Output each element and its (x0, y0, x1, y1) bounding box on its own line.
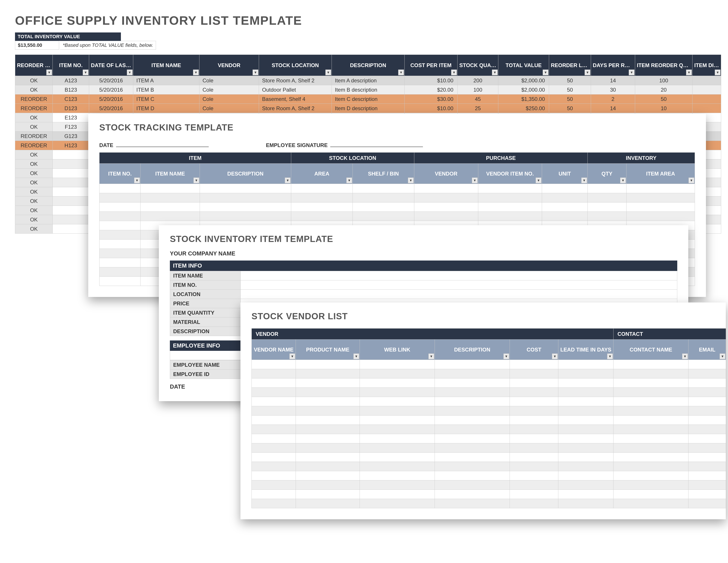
filter-dropdown-icon[interactable]: ▾ (552, 354, 558, 359)
filter-dropdown-icon[interactable]: ▾ (720, 354, 725, 359)
table-row[interactable] (252, 480, 726, 490)
tracking-col-9[interactable]: ITEM AREA▾ (626, 164, 695, 184)
filter-dropdown-icon[interactable]: ▾ (353, 354, 359, 359)
table-row[interactable] (99, 184, 695, 193)
office-col-13[interactable]: ITEM DISCONTINUED?▾ (692, 55, 721, 76)
table-row[interactable] (252, 379, 726, 388)
table-row[interactable] (99, 193, 695, 202)
filter-dropdown-icon[interactable]: ▾ (543, 70, 548, 75)
table-row[interactable] (252, 490, 726, 499)
table-row[interactable] (252, 471, 726, 480)
office-col-1[interactable]: ITEM NO.▾ (53, 55, 89, 76)
filter-dropdown-icon[interactable]: ▾ (686, 70, 692, 75)
filter-dropdown-icon[interactable]: ▾ (193, 177, 199, 183)
tracking-col-8[interactable]: QTY▾ (587, 164, 626, 184)
table-row[interactable]: REORDERC1235/20/2016ITEM CColeBasement, … (15, 94, 721, 104)
tracking-col-1[interactable]: ITEM NAME▾ (141, 164, 200, 184)
item-field-row[interactable]: ITEM NO. (170, 280, 677, 290)
table-row[interactable] (252, 425, 726, 434)
table-row[interactable]: REORDERD1235/20/2016ITEM DColeStore Room… (15, 104, 721, 113)
table-row[interactable] (252, 453, 726, 462)
filter-dropdown-icon[interactable]: ▾ (689, 177, 694, 183)
vendor-col-5[interactable]: LEAD TIME IN DAYS▾ (558, 340, 614, 360)
filter-dropdown-icon[interactable]: ▾ (451, 70, 457, 75)
office-col-3[interactable]: ITEM NAME▾ (133, 55, 199, 76)
filter-dropdown-icon[interactable]: ▾ (325, 70, 331, 75)
filter-dropdown-icon[interactable]: ▾ (503, 354, 509, 359)
office-col-10[interactable]: REORDER LEVEL▾ (549, 55, 591, 76)
office-col-11[interactable]: DAYS PER REORDER▾ (591, 55, 635, 76)
signature-label: EMPLOYEE SIGNATURE (266, 142, 328, 148)
tracking-col-2[interactable]: DESCRIPTION▾ (200, 164, 291, 184)
filter-dropdown-icon[interactable]: ▾ (428, 354, 434, 359)
vendor-table[interactable]: VENDORCONTACT VENDOR NAME▾PRODUCT NAME▾W… (251, 328, 726, 508)
table-row[interactable] (252, 434, 726, 443)
tracking-col-5[interactable]: VENDOR▾ (414, 164, 478, 184)
office-col-8[interactable]: STOCK QUANTITY▾ (458, 55, 498, 76)
signature-input[interactable] (330, 141, 423, 147)
filter-dropdown-icon[interactable]: ▾ (581, 177, 587, 183)
filter-dropdown-icon[interactable]: ▾ (127, 70, 133, 75)
filter-dropdown-icon[interactable]: ▾ (134, 177, 140, 183)
table-row[interactable] (99, 212, 695, 221)
table-row[interactable]: OKA1235/20/2016ITEM AColeStore Room A, S… (15, 76, 721, 85)
table-row[interactable] (252, 462, 726, 471)
vendor-group-0: VENDOR (252, 329, 614, 340)
table-row[interactable] (252, 397, 726, 406)
vendor-col-3[interactable]: DESCRIPTION▾ (435, 340, 510, 360)
filter-dropdown-icon[interactable]: ▾ (398, 70, 404, 75)
vendor-col-6[interactable]: CONTACT NAME▾ (614, 340, 689, 360)
office-col-0[interactable]: REORDER (auto-fill)▾ (15, 55, 53, 76)
date-input[interactable] (116, 141, 209, 147)
filter-dropdown-icon[interactable]: ▾ (83, 70, 88, 75)
filter-dropdown-icon[interactable]: ▾ (285, 177, 291, 183)
filter-dropdown-icon[interactable]: ▾ (629, 70, 634, 75)
filter-dropdown-icon[interactable]: ▾ (607, 354, 613, 359)
filter-dropdown-icon[interactable]: ▾ (253, 70, 258, 75)
filter-dropdown-icon[interactable]: ▾ (620, 177, 626, 183)
item-field-row[interactable]: LOCATION (170, 290, 677, 299)
table-row[interactable] (99, 202, 695, 212)
filter-dropdown-icon[interactable]: ▾ (472, 177, 478, 183)
tracking-col-3[interactable]: AREA▾ (291, 164, 353, 184)
vendor-col-4[interactable]: COST▾ (510, 340, 558, 360)
filter-dropdown-icon[interactable]: ▾ (682, 354, 688, 359)
table-row[interactable] (252, 499, 726, 508)
filter-dropdown-icon[interactable]: ▾ (346, 177, 352, 183)
tracking-col-0[interactable]: ITEM NO.▾ (99, 164, 141, 184)
office-col-9[interactable]: TOTAL VALUE▾ (498, 55, 549, 76)
office-col-5[interactable]: STOCK LOCATION▾ (259, 55, 332, 76)
table-row[interactable] (252, 360, 726, 369)
table-row[interactable] (252, 369, 726, 379)
vendor-group-1: CONTACT (614, 329, 726, 340)
filter-dropdown-icon[interactable]: ▾ (715, 70, 720, 75)
filter-dropdown-icon[interactable]: ▾ (536, 177, 541, 183)
tracking-col-7[interactable]: UNIT▾ (542, 164, 588, 184)
table-row[interactable] (252, 388, 726, 397)
filter-dropdown-icon[interactable]: ▾ (585, 70, 590, 75)
filter-dropdown-icon[interactable]: ▾ (492, 70, 498, 75)
vendor-col-7[interactable]: EMAIL▾ (689, 340, 726, 360)
tracking-col-4[interactable]: SHELF / BIN▾ (353, 164, 414, 184)
tracking-col-6[interactable]: VENDOR ITEM NO.▾ (478, 164, 542, 184)
tracking-title: STOCK TRACKING TEMPLATE (99, 122, 695, 132)
office-col-6[interactable]: DESCRIPTION▾ (332, 55, 405, 76)
filter-dropdown-icon[interactable]: ▾ (289, 354, 295, 359)
table-row[interactable]: OKB1235/20/2016ITEM BColeOutdoor PalletI… (15, 85, 721, 94)
office-col-7[interactable]: COST PER ITEM▾ (405, 55, 458, 76)
vendor-col-1[interactable]: PRODUCT NAME▾ (296, 340, 360, 360)
table-row[interactable] (252, 406, 726, 416)
office-col-4[interactable]: VENDOR▾ (199, 55, 259, 76)
office-col-12[interactable]: ITEM REORDER QUANTITY▾ (635, 55, 692, 76)
item-field-row[interactable]: ITEM NAME (170, 271, 677, 280)
vendor-col-2[interactable]: WEB LINK▾ (360, 340, 435, 360)
filter-dropdown-icon[interactable]: ▾ (46, 70, 52, 75)
filter-dropdown-icon[interactable]: ▾ (193, 70, 199, 75)
filter-dropdown-icon[interactable]: ▾ (408, 177, 414, 183)
tracking-group-1: STOCK LOCATION (291, 152, 414, 164)
office-col-2[interactable]: DATE OF LAST ORDER▾ (89, 55, 133, 76)
table-row[interactable] (252, 416, 726, 425)
office-title: OFFICE SUPPLY INVENTORY LIST TEMPLATE (15, 13, 721, 28)
table-row[interactable] (252, 443, 726, 453)
vendor-col-0[interactable]: VENDOR NAME▾ (252, 340, 296, 360)
